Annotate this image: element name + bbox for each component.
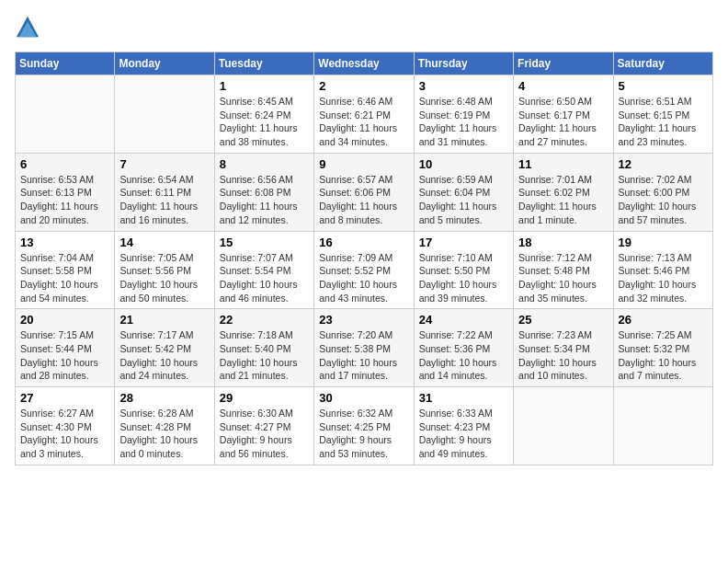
calendar-cell — [16, 75, 115, 154]
day-info: Sunrise: 7:05 AM Sunset: 5:56 PM Dayligh… — [119, 251, 209, 305]
day-info: Sunrise: 6:27 AM Sunset: 4:30 PM Dayligh… — [20, 407, 109, 461]
calendar-cell — [514, 387, 613, 465]
day-info: Sunrise: 7:09 AM Sunset: 5:52 PM Dayligh… — [319, 251, 408, 305]
day-info: Sunrise: 6:48 AM Sunset: 6:19 PM Dayligh… — [419, 95, 508, 149]
day-number: 24 — [419, 313, 508, 327]
calendar-cell: 17Sunrise: 7:10 AM Sunset: 5:50 PM Dayli… — [414, 231, 513, 309]
calendar-cell: 2Sunrise: 6:46 AM Sunset: 6:21 PM Daylig… — [314, 75, 414, 154]
day-info: Sunrise: 6:32 AM Sunset: 4:25 PM Dayligh… — [319, 407, 408, 461]
day-number: 16 — [319, 236, 408, 249]
header-saturday: Saturday — [613, 52, 712, 75]
week-row-1: 6Sunrise: 6:53 AM Sunset: 6:13 PM Daylig… — [16, 153, 713, 231]
day-info: Sunrise: 6:45 AM Sunset: 6:24 PM Dayligh… — [220, 95, 309, 149]
week-row-3: 20Sunrise: 7:15 AM Sunset: 5:44 PM Dayli… — [16, 309, 713, 387]
calendar-cell: 3Sunrise: 6:48 AM Sunset: 6:19 PM Daylig… — [414, 75, 513, 154]
day-number: 13 — [20, 236, 109, 249]
day-info: Sunrise: 7:12 AM Sunset: 5:48 PM Dayligh… — [518, 251, 608, 305]
calendar-cell: 5Sunrise: 6:51 AM Sunset: 6:15 PM Daylig… — [613, 75, 712, 154]
calendar-cell: 11Sunrise: 7:01 AM Sunset: 6:02 PM Dayli… — [514, 153, 613, 231]
day-info: Sunrise: 6:57 AM Sunset: 6:06 PM Dayligh… — [319, 173, 408, 227]
day-info: Sunrise: 6:46 AM Sunset: 6:21 PM Dayligh… — [319, 95, 408, 149]
day-info: Sunrise: 6:54 AM Sunset: 6:11 PM Dayligh… — [119, 173, 209, 227]
calendar-cell: 30Sunrise: 6:32 AM Sunset: 4:25 PM Dayli… — [314, 387, 414, 465]
calendar-cell: 8Sunrise: 6:56 AM Sunset: 6:08 PM Daylig… — [214, 153, 313, 231]
calendar-body: 1Sunrise: 6:45 AM Sunset: 6:24 PM Daylig… — [16, 75, 713, 465]
day-info: Sunrise: 7:25 AM Sunset: 5:32 PM Dayligh… — [619, 328, 708, 383]
calendar-cell: 18Sunrise: 7:12 AM Sunset: 5:48 PM Dayli… — [514, 231, 613, 309]
day-info: Sunrise: 7:23 AM Sunset: 5:34 PM Dayligh… — [518, 328, 608, 383]
day-number: 11 — [518, 157, 608, 171]
day-info: Sunrise: 7:10 AM Sunset: 5:50 PM Dayligh… — [419, 251, 508, 305]
day-number: 21 — [119, 313, 209, 327]
day-number: 8 — [220, 157, 309, 171]
calendar-cell: 22Sunrise: 7:18 AM Sunset: 5:40 PM Dayli… — [214, 309, 313, 387]
calendar-cell: 29Sunrise: 6:30 AM Sunset: 4:27 PM Dayli… — [214, 387, 313, 465]
calendar-cell: 1Sunrise: 6:45 AM Sunset: 6:24 PM Daylig… — [214, 75, 313, 154]
calendar-cell: 20Sunrise: 7:15 AM Sunset: 5:44 PM Dayli… — [16, 309, 115, 387]
day-number: 3 — [419, 79, 508, 93]
logo — [15, 15, 44, 40]
calendar-cell: 26Sunrise: 7:25 AM Sunset: 5:32 PM Dayli… — [613, 309, 712, 387]
day-info: Sunrise: 6:51 AM Sunset: 6:15 PM Dayligh… — [619, 95, 708, 149]
day-number: 30 — [319, 391, 408, 405]
day-info: Sunrise: 7:15 AM Sunset: 5:44 PM Dayligh… — [20, 328, 109, 383]
day-number: 25 — [518, 313, 608, 327]
day-number: 23 — [319, 313, 408, 327]
header-sunday: Sunday — [16, 52, 115, 75]
day-number: 31 — [419, 391, 508, 405]
calendar-cell: 16Sunrise: 7:09 AM Sunset: 5:52 PM Dayli… — [314, 231, 414, 309]
day-info: Sunrise: 7:18 AM Sunset: 5:40 PM Dayligh… — [220, 328, 309, 383]
calendar-table: SundayMondayTuesdayWednesdayThursdayFrid… — [15, 52, 713, 465]
header-monday: Monday — [115, 52, 214, 75]
day-number: 15 — [220, 236, 309, 249]
calendar-header: SundayMondayTuesdayWednesdayThursdayFrid… — [16, 52, 713, 75]
day-number: 20 — [20, 313, 109, 327]
day-info: Sunrise: 6:56 AM Sunset: 6:08 PM Dayligh… — [220, 173, 309, 227]
day-number: 18 — [518, 236, 608, 249]
day-number: 19 — [619, 236, 708, 249]
day-number: 10 — [419, 157, 508, 171]
page-header — [15, 15, 713, 40]
day-number: 14 — [119, 236, 209, 249]
day-number: 5 — [619, 79, 708, 93]
day-info: Sunrise: 6:53 AM Sunset: 6:13 PM Dayligh… — [20, 173, 109, 227]
calendar-cell: 13Sunrise: 7:04 AM Sunset: 5:58 PM Dayli… — [16, 231, 115, 309]
calendar-cell — [613, 387, 712, 465]
calendar-cell: 15Sunrise: 7:07 AM Sunset: 5:54 PM Dayli… — [214, 231, 313, 309]
week-row-4: 27Sunrise: 6:27 AM Sunset: 4:30 PM Dayli… — [16, 387, 713, 465]
calendar-cell: 19Sunrise: 7:13 AM Sunset: 5:46 PM Dayli… — [613, 231, 712, 309]
day-info: Sunrise: 6:33 AM Sunset: 4:23 PM Dayligh… — [419, 407, 508, 461]
day-number: 4 — [518, 79, 608, 93]
calendar-cell: 27Sunrise: 6:27 AM Sunset: 4:30 PM Dayli… — [16, 387, 115, 465]
calendar-cell: 24Sunrise: 7:22 AM Sunset: 5:36 PM Dayli… — [414, 309, 513, 387]
day-info: Sunrise: 7:22 AM Sunset: 5:36 PM Dayligh… — [419, 328, 508, 383]
day-info: Sunrise: 6:59 AM Sunset: 6:04 PM Dayligh… — [419, 173, 508, 227]
day-number: 29 — [220, 391, 309, 405]
calendar-cell: 7Sunrise: 6:54 AM Sunset: 6:11 PM Daylig… — [115, 153, 214, 231]
week-row-2: 13Sunrise: 7:04 AM Sunset: 5:58 PM Dayli… — [16, 231, 713, 309]
header-thursday: Thursday — [414, 52, 513, 75]
calendar-cell: 28Sunrise: 6:28 AM Sunset: 4:28 PM Dayli… — [115, 387, 214, 465]
day-number: 26 — [619, 313, 708, 327]
day-info: Sunrise: 7:13 AM Sunset: 5:46 PM Dayligh… — [619, 251, 708, 305]
day-info: Sunrise: 7:01 AM Sunset: 6:02 PM Dayligh… — [518, 173, 608, 227]
day-info: Sunrise: 6:50 AM Sunset: 6:17 PM Dayligh… — [518, 95, 608, 149]
calendar-cell: 23Sunrise: 7:20 AM Sunset: 5:38 PM Dayli… — [314, 309, 414, 387]
calendar-cell: 31Sunrise: 6:33 AM Sunset: 4:23 PM Dayli… — [414, 387, 513, 465]
day-number: 6 — [20, 157, 109, 171]
day-info: Sunrise: 7:17 AM Sunset: 5:42 PM Dayligh… — [119, 328, 209, 383]
calendar-cell: 6Sunrise: 6:53 AM Sunset: 6:13 PM Daylig… — [16, 153, 115, 231]
day-number: 27 — [20, 391, 109, 405]
day-number: 22 — [220, 313, 309, 327]
calendar-cell: 14Sunrise: 7:05 AM Sunset: 5:56 PM Dayli… — [115, 231, 214, 309]
day-info: Sunrise: 6:28 AM Sunset: 4:28 PM Dayligh… — [119, 407, 209, 461]
calendar-cell: 4Sunrise: 6:50 AM Sunset: 6:17 PM Daylig… — [514, 75, 613, 154]
day-info: Sunrise: 7:02 AM Sunset: 6:00 PM Dayligh… — [619, 173, 708, 227]
day-info: Sunrise: 7:04 AM Sunset: 5:58 PM Dayligh… — [20, 251, 109, 305]
calendar-cell: 25Sunrise: 7:23 AM Sunset: 5:34 PM Dayli… — [514, 309, 613, 387]
day-number: 2 — [319, 79, 408, 93]
calendar-cell: 10Sunrise: 6:59 AM Sunset: 6:04 PM Dayli… — [414, 153, 513, 231]
calendar-cell: 12Sunrise: 7:02 AM Sunset: 6:00 PM Dayli… — [613, 153, 712, 231]
day-number: 12 — [619, 157, 708, 171]
calendar-cell: 9Sunrise: 6:57 AM Sunset: 6:06 PM Daylig… — [314, 153, 414, 231]
